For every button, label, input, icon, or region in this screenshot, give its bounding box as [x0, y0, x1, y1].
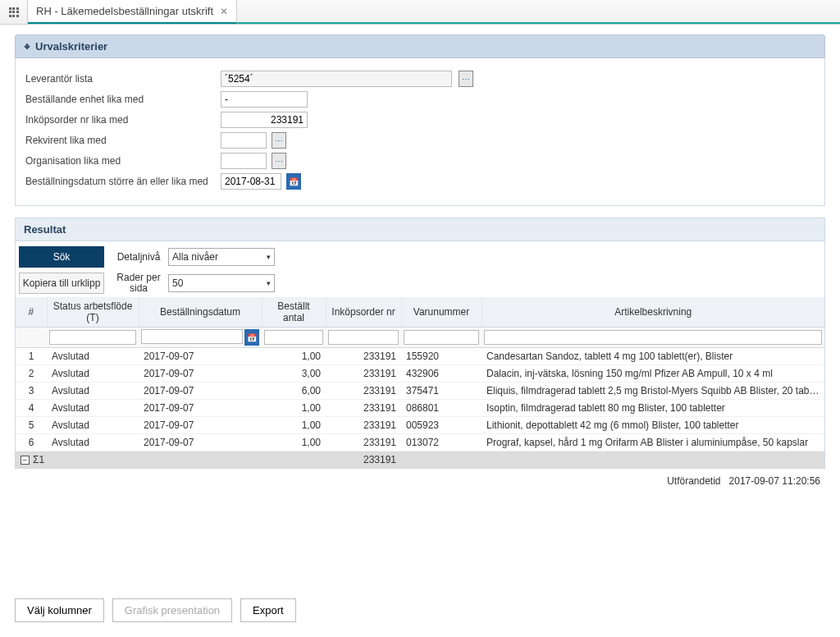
graphic-presentation-button[interactable]: Grafisk presentation: [112, 598, 232, 622]
order-label: Inköpsorder nr lika med: [25, 114, 216, 126]
grid-icon: [9, 7, 19, 17]
table-row[interactable]: 2Avslutad2017-09-073,00233191432906Dalac…: [16, 365, 824, 383]
footer-toolbar: Välj kolumner Grafisk presentation Expor…: [15, 598, 296, 622]
search-button[interactable]: Sök: [19, 246, 104, 268]
result-table: # Status arbetsflöde (T) Beställningsdat…: [15, 297, 825, 469]
top-bar: RH - Läkemedelsbeställningar utskrift ✕: [0, 0, 840, 25]
cell-status: Avslutad: [47, 434, 139, 451]
table-row[interactable]: 5Avslutad2017-09-071,00233191005923Lithi…: [16, 417, 824, 434]
cell-desc: Isoptin, filmdragerad tablett 80 mg Blis…: [482, 400, 824, 417]
app-menu-button[interactable]: [0, 0, 28, 24]
reqr-lookup-button[interactable]: ⋯: [272, 132, 286, 149]
filter-qty[interactable]: [264, 330, 323, 345]
result-title: Resultat: [24, 223, 66, 236]
summary-row[interactable]: −Σ1 233191: [16, 451, 824, 469]
col-num[interactable]: #: [16, 297, 47, 328]
col-item[interactable]: Varunummer: [401, 297, 482, 328]
filter-date-picker[interactable]: 📅: [244, 329, 259, 346]
table-header-row: # Status arbetsflöde (T) Beställningsdat…: [16, 297, 824, 328]
expand-icon[interactable]: −: [21, 456, 30, 465]
col-date[interactable]: Beställningsdatum: [139, 297, 262, 328]
cell-item: 432906: [401, 365, 482, 383]
detail-level-label: Detaljnivå: [109, 251, 168, 263]
col-order[interactable]: Inköpsorder nr: [326, 297, 401, 328]
cell-date: 2017-09-07: [139, 383, 262, 400]
cell-status: Avslutad: [47, 365, 139, 383]
col-qty[interactable]: Beställt antal: [262, 297, 326, 328]
tab-active[interactable]: RH - Läkemedelsbeställningar utskrift ✕: [28, 0, 237, 24]
tab-strip: [237, 0, 840, 24]
cell-order: 233191: [326, 365, 401, 383]
export-button[interactable]: Export: [240, 598, 296, 622]
rows-per-page-value: 50: [172, 277, 183, 289]
unit-input[interactable]: [221, 91, 308, 108]
cell-order: 233191: [326, 400, 401, 417]
cell-qty: 1,00: [262, 348, 326, 365]
collapse-icon: ❖: [24, 43, 30, 51]
reqr-input[interactable]: [221, 132, 267, 149]
filter-desc[interactable]: [484, 330, 822, 345]
unit-label: Beställande enhet lika med: [25, 94, 216, 105]
cell-num: 3: [16, 383, 47, 400]
cell-desc: Candesartan Sandoz, tablett 4 mg 100 tab…: [482, 348, 824, 365]
chevron-down-icon: ▾: [267, 253, 271, 261]
result-header: Resultat: [15, 218, 825, 241]
supplier-input[interactable]: [221, 71, 452, 87]
cell-item: 086801: [401, 400, 482, 417]
cell-date: 2017-09-07: [139, 348, 262, 365]
cell-desc: Eliquis, filmdragerad tablett 2,5 mg Bri…: [482, 383, 824, 400]
cell-qty: 3,00: [262, 365, 326, 383]
cell-qty: 1,00: [262, 417, 326, 434]
cell-date: 2017-09-07: [139, 417, 262, 434]
timestamp-label: Utförandetid: [667, 475, 720, 487]
chevron-down-icon: ▾: [267, 279, 271, 287]
org-lookup-button[interactable]: ⋯: [272, 153, 286, 169]
col-desc[interactable]: Artikelbeskrivning: [482, 297, 824, 328]
criteria-header[interactable]: ❖ Urvalskriterier: [15, 34, 825, 58]
cell-item: 375471: [401, 383, 482, 400]
execution-timestamp: Utförandetid 2017-09-07 11:20:56: [15, 469, 825, 487]
choose-columns-button[interactable]: Välj kolumner: [15, 598, 104, 622]
cell-status: Avslutad: [47, 417, 139, 434]
copy-clipboard-button[interactable]: Kopiera till urklipp: [19, 273, 104, 294]
cell-item: 155920: [401, 348, 482, 365]
filter-status[interactable]: [49, 330, 136, 345]
table-row[interactable]: 4Avslutad2017-09-071,00233191086801Isopt…: [16, 400, 824, 417]
cell-num: 1: [16, 348, 47, 365]
cell-desc: Prograf, kapsel, hård 1 mg Orifarm AB Bl…: [482, 434, 824, 451]
filter-order[interactable]: [328, 330, 399, 345]
org-input[interactable]: [221, 153, 267, 169]
criteria-title: Urvalskriterier: [35, 40, 107, 53]
supplier-lookup-button[interactable]: ⋯: [459, 71, 473, 87]
rows-per-page-label: Rader per sida: [109, 273, 168, 293]
date-label: Beställningsdatum större än eller lika m…: [25, 176, 216, 187]
result-toolbar: Sök Detaljnivå Alla nivåer ▾ Kopiera til…: [15, 241, 825, 297]
cell-date: 2017-09-07: [139, 400, 262, 417]
date-input[interactable]: [221, 173, 281, 190]
timestamp-value: 2017-09-07 11:20:56: [729, 475, 820, 487]
table-filter-row: 📅: [16, 328, 824, 348]
cell-qty: 6,00: [262, 383, 326, 400]
filter-date[interactable]: [141, 329, 243, 344]
cell-order: 233191: [326, 383, 401, 400]
cell-status: Avslutad: [47, 383, 139, 400]
close-icon[interactable]: ✕: [220, 6, 228, 17]
cell-num: 6: [16, 434, 47, 451]
table-row[interactable]: 6Avslutad2017-09-071,00233191013072Progr…: [16, 434, 824, 451]
cell-qty: 1,00: [262, 400, 326, 417]
cell-item: 005923: [401, 417, 482, 434]
cell-num: 4: [16, 400, 47, 417]
detail-level-select[interactable]: Alla nivåer ▾: [168, 248, 275, 266]
summary-label: Σ1: [33, 454, 44, 465]
rows-per-page-select[interactable]: 50 ▾: [168, 274, 275, 292]
order-input[interactable]: [221, 112, 308, 128]
reqr-label: Rekvirent lika med: [25, 135, 216, 146]
col-status[interactable]: Status arbetsflöde (T): [47, 297, 139, 328]
filter-item[interactable]: [404, 330, 479, 345]
cell-desc: Dalacin, inj-vätska, lösning 150 mg/ml P…: [482, 365, 824, 383]
tab-title: RH - Läkemedelsbeställningar utskrift: [36, 5, 213, 17]
table-row[interactable]: 3Avslutad2017-09-076,00233191375471Eliqu…: [16, 383, 824, 400]
cell-order: 233191: [326, 348, 401, 365]
date-picker-button[interactable]: 📅: [286, 173, 301, 190]
table-row[interactable]: 1Avslutad2017-09-071,00233191155920Cande…: [16, 348, 824, 365]
